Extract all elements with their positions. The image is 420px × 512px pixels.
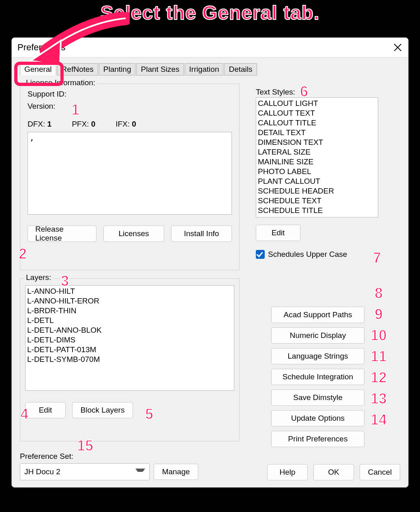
install-info-button[interactable]: Install Info: [171, 226, 232, 242]
cancel-button[interactable]: Cancel: [360, 464, 400, 480]
table-row[interactable]: L-DETL-ANNO-BLOK0: [27, 325, 234, 335]
badge-13: 13: [366, 390, 391, 407]
text-styles-group: Text Styles: CALLOUT LIGHT CALLOUT TEXT …: [251, 84, 383, 288]
list-item[interactable]: SCHEDULE TEXT: [258, 196, 376, 206]
text-styles-label: Text Styles:: [256, 88, 378, 97]
tab-details[interactable]: Details: [224, 63, 257, 75]
schedule-integration-button[interactable]: Schedule Integration: [271, 369, 364, 385]
layers-list[interactable]: L-ANNO-HILT2 L-ANNO-HILT-EROR2 L-BRDR-TH…: [25, 285, 234, 391]
support-id-label: Support ID:: [28, 90, 66, 98]
save-dimstyle-button[interactable]: Save Dimstyle: [271, 389, 364, 406]
text-styles-list[interactable]: CALLOUT LIGHT CALLOUT TEXT CALLOUT TITLE…: [256, 97, 378, 217]
version-label: Version:: [28, 102, 56, 110]
preference-set-select[interactable]: JH Docu 2: [20, 463, 150, 480]
ifx-value: 0: [132, 120, 136, 128]
table-row[interactable]: L-DETL0: [27, 316, 234, 325]
schedules-upper-checkbox[interactable]: Schedules Upper Case: [256, 250, 347, 259]
layers-group: Layers: L-ANNO-HILT2 L-ANNO-HILT-EROR2 L…: [20, 278, 240, 441]
numeric-display-button[interactable]: Numeric Display: [271, 327, 364, 344]
update-options-button[interactable]: Update Options: [271, 410, 364, 426]
badge-3: 3: [53, 273, 77, 290]
licenses-button[interactable]: Licenses: [103, 226, 164, 242]
tab-plant-sizes[interactable]: Plant Sizes: [136, 63, 184, 75]
close-icon[interactable]: [393, 43, 403, 52]
layers-group-title: Layers:: [24, 273, 53, 282]
license-details-text[interactable]: ,: [28, 132, 232, 215]
table-row[interactable]: L-DETL-PATT-013M5: [27, 345, 234, 355]
list-item[interactable]: PLANT CALLOUT: [258, 176, 376, 186]
pfx-value: 0: [91, 120, 96, 128]
badge-8: 8: [366, 285, 391, 302]
release-license-button[interactable]: Release License: [28, 226, 96, 242]
tabstrip: General RefNotes Planting Plant Sizes Ir…: [20, 63, 400, 75]
dfx-value: 1: [47, 120, 52, 128]
footer: Preference Set: JH Docu 2 Manage Help OK…: [20, 452, 400, 480]
badge-1: 1: [63, 101, 88, 118]
table-row[interactable]: L-DETL-SYMB-070M7: [27, 355, 234, 364]
story-headline: Select the General tab.: [0, 2, 420, 24]
table-row[interactable]: L-DETL-DIMS4: [27, 335, 234, 345]
chevron-down-icon: [135, 469, 145, 475]
badge-15: 15: [73, 437, 97, 454]
list-item[interactable]: PHOTO LABEL: [258, 167, 376, 176]
badge-4: 4: [12, 406, 36, 423]
list-item[interactable]: SCHEDULE TITLE: [258, 206, 376, 215]
list-item[interactable]: LATERAL SIZE: [258, 147, 376, 157]
tab-irrigation[interactable]: Irrigation: [185, 63, 224, 75]
ifx-label: IFX:: [116, 120, 130, 128]
tab-general[interactable]: General: [20, 63, 56, 75]
checkbox-icon: [256, 250, 265, 259]
list-item[interactable]: MAINLINE SIZE: [258, 157, 376, 167]
right-button-stack: Acad Support Paths Numeric Display Langu…: [271, 307, 364, 447]
table-row[interactable]: L-BRDR-THIN8: [27, 306, 234, 316]
text-styles-edit-button[interactable]: Edit: [256, 225, 300, 241]
badge-2: 2: [11, 245, 35, 262]
badge-12: 12: [366, 369, 391, 386]
list-item[interactable]: CALLOUT TEXT: [258, 108, 376, 118]
preference-set-label: Preference Set:: [20, 452, 198, 461]
tab-refnotes[interactable]: RefNotes: [57, 63, 98, 75]
list-item[interactable]: DETAIL TEXT: [258, 128, 376, 138]
license-group-title: License Information:: [24, 78, 97, 87]
badge-11: 11: [366, 348, 391, 365]
badge-9: 9: [366, 306, 391, 323]
window-title: Preferences: [17, 42, 66, 53]
badge-14: 14: [366, 411, 391, 428]
print-preferences-button[interactable]: Print Preferences: [271, 431, 364, 447]
language-strings-button[interactable]: Language Strings: [271, 348, 364, 364]
ok-button[interactable]: OK: [313, 464, 354, 480]
license-group: License Information: Support ID: Version…: [20, 84, 240, 270]
block-layers-button[interactable]: Block Layers: [72, 402, 133, 418]
badge-10: 10: [366, 327, 391, 344]
preference-set-value: JH Docu 2: [24, 467, 60, 476]
list-item[interactable]: CALLOUT LIGHT: [258, 99, 376, 108]
dfx-label: DFX:: [28, 120, 45, 128]
badge-6: 6: [292, 83, 316, 100]
schedules-upper-label: Schedules Upper Case: [268, 250, 347, 259]
titlebar: Preferences: [12, 38, 408, 58]
badge-5: 5: [137, 406, 161, 423]
table-row[interactable]: L-ANNO-HILT-EROR2: [27, 296, 234, 306]
manage-button[interactable]: Manage: [154, 464, 198, 480]
list-item[interactable]: DIMENSION TEXT: [258, 138, 376, 147]
list-item[interactable]: SCHEDULE HEADER: [258, 186, 376, 196]
help-button[interactable]: Help: [267, 464, 308, 480]
pfx-label: PFX:: [72, 120, 89, 128]
list-item[interactable]: CALLOUT TITLE: [258, 118, 376, 128]
tab-planting[interactable]: Planting: [99, 63, 136, 75]
list-item[interactable]: ZONE: [258, 215, 376, 217]
badge-7: 7: [365, 250, 389, 267]
acad-support-paths-button[interactable]: Acad Support Paths: [271, 307, 364, 323]
